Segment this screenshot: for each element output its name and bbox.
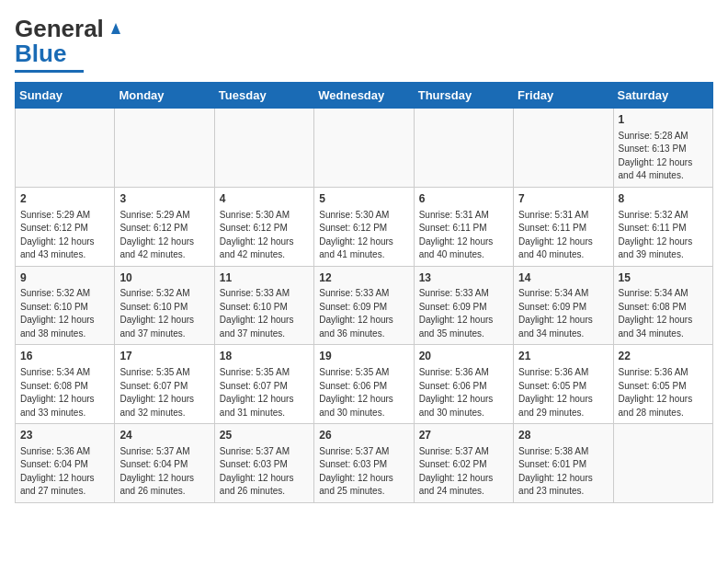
calendar-header-row: SundayMondayTuesdayWednesdayThursdayFrid… — [16, 83, 713, 109]
calendar-day-cell: 11Sunrise: 5:33 AM Sunset: 6:10 PM Dayli… — [214, 266, 313, 345]
day-number: 7 — [518, 191, 608, 207]
calendar-day-cell — [414, 109, 513, 188]
calendar-day-cell: 25Sunrise: 5:37 AM Sunset: 6:03 PM Dayli… — [214, 424, 313, 503]
calendar-day-cell: 23Sunrise: 5:36 AM Sunset: 6:04 PM Dayli… — [16, 424, 115, 503]
calendar-day-cell: 17Sunrise: 5:35 AM Sunset: 6:07 PM Dayli… — [115, 345, 214, 424]
day-number: 8 — [619, 191, 708, 207]
calendar-day-cell: 10Sunrise: 5:32 AM Sunset: 6:10 PM Dayli… — [115, 266, 214, 345]
day-of-week-header: Sunday — [16, 83, 115, 109]
logo-underline — [15, 70, 84, 73]
calendar-table: SundayMondayTuesdayWednesdayThursdayFrid… — [15, 82, 713, 503]
day-info: Sunrise: 5:33 AM Sunset: 6:09 PM Dayligh… — [319, 287, 408, 340]
day-info: Sunrise: 5:33 AM Sunset: 6:10 PM Dayligh… — [220, 287, 309, 340]
calendar-day-cell: 28Sunrise: 5:38 AM Sunset: 6:01 PM Dayli… — [514, 424, 613, 503]
calendar-day-cell: 19Sunrise: 5:35 AM Sunset: 6:06 PM Dayli… — [314, 345, 414, 424]
day-info: Sunrise: 5:37 AM Sunset: 6:03 PM Dayligh… — [220, 445, 309, 499]
calendar-day-cell: 8Sunrise: 5:32 AM Sunset: 6:11 PM Daylig… — [613, 187, 712, 266]
day-number: 1 — [619, 112, 708, 128]
calendar-week-row: 1Sunrise: 5:28 AM Sunset: 6:13 PM Daylig… — [16, 109, 713, 188]
day-info: Sunrise: 5:33 AM Sunset: 6:09 PM Dayligh… — [419, 287, 508, 340]
calendar-day-cell: 27Sunrise: 5:37 AM Sunset: 6:02 PM Dayli… — [414, 424, 513, 503]
calendar-week-row: 9Sunrise: 5:32 AM Sunset: 6:10 PM Daylig… — [16, 266, 713, 345]
day-of-week-header: Tuesday — [214, 83, 313, 109]
day-number: 15 — [619, 270, 708, 286]
day-number: 19 — [319, 349, 408, 364]
day-info: Sunrise: 5:32 AM Sunset: 6:10 PM Dayligh… — [119, 287, 209, 340]
logo: General Blue — [15, 15, 126, 73]
day-info: Sunrise: 5:38 AM Sunset: 6:01 PM Dayligh… — [518, 445, 608, 499]
logo-triangle-icon — [106, 17, 126, 38]
calendar-week-row: 2Sunrise: 5:29 AM Sunset: 6:12 PM Daylig… — [16, 187, 713, 266]
day-number: 12 — [319, 270, 408, 286]
day-number: 6 — [419, 191, 508, 207]
page-header: General Blue — [15, 15, 713, 73]
day-of-week-header: Saturday — [613, 83, 712, 109]
day-info: Sunrise: 5:34 AM Sunset: 6:09 PM Dayligh… — [518, 287, 608, 340]
day-info: Sunrise: 5:29 AM Sunset: 6:12 PM Dayligh… — [20, 209, 109, 262]
day-number: 10 — [119, 270, 209, 286]
day-info: Sunrise: 5:34 AM Sunset: 6:08 PM Dayligh… — [20, 366, 109, 419]
day-number: 25 — [220, 428, 309, 443]
day-info: Sunrise: 5:32 AM Sunset: 6:10 PM Dayligh… — [20, 287, 109, 340]
calendar-day-cell: 4Sunrise: 5:30 AM Sunset: 6:12 PM Daylig… — [214, 187, 313, 266]
day-info: Sunrise: 5:36 AM Sunset: 6:05 PM Dayligh… — [518, 366, 608, 419]
day-number: 28 — [518, 428, 608, 443]
day-number: 11 — [220, 270, 309, 286]
day-number: 23 — [20, 428, 109, 443]
day-info: Sunrise: 5:35 AM Sunset: 6:07 PM Dayligh… — [119, 366, 209, 419]
calendar-week-row: 23Sunrise: 5:36 AM Sunset: 6:04 PM Dayli… — [16, 424, 713, 503]
day-info: Sunrise: 5:29 AM Sunset: 6:12 PM Dayligh… — [119, 209, 209, 262]
day-number: 4 — [220, 191, 309, 207]
day-info: Sunrise: 5:30 AM Sunset: 6:12 PM Dayligh… — [220, 209, 309, 262]
calendar-day-cell: 3Sunrise: 5:29 AM Sunset: 6:12 PM Daylig… — [115, 187, 214, 266]
calendar-day-cell — [314, 109, 414, 188]
calendar-day-cell: 14Sunrise: 5:34 AM Sunset: 6:09 PM Dayli… — [514, 266, 613, 345]
calendar-day-cell — [115, 109, 214, 188]
calendar-day-cell: 1Sunrise: 5:28 AM Sunset: 6:13 PM Daylig… — [613, 109, 712, 188]
calendar-day-cell: 6Sunrise: 5:31 AM Sunset: 6:11 PM Daylig… — [414, 187, 513, 266]
calendar-day-cell: 26Sunrise: 5:37 AM Sunset: 6:03 PM Dayli… — [314, 424, 414, 503]
calendar-day-cell: 22Sunrise: 5:36 AM Sunset: 6:05 PM Dayli… — [613, 345, 712, 424]
day-number: 24 — [119, 428, 209, 443]
calendar-day-cell: 20Sunrise: 5:36 AM Sunset: 6:06 PM Dayli… — [414, 345, 513, 424]
day-number: 9 — [20, 270, 109, 286]
day-number: 17 — [119, 349, 209, 364]
day-of-week-header: Monday — [115, 83, 214, 109]
calendar-day-cell: 18Sunrise: 5:35 AM Sunset: 6:07 PM Dayli… — [214, 345, 313, 424]
day-of-week-header: Friday — [514, 83, 613, 109]
calendar-day-cell — [514, 109, 613, 188]
day-number: 21 — [518, 349, 608, 364]
day-number: 26 — [319, 428, 408, 443]
calendar-day-cell — [214, 109, 313, 188]
calendar-day-cell — [613, 424, 712, 503]
svg-marker-0 — [111, 23, 120, 34]
day-info: Sunrise: 5:37 AM Sunset: 6:02 PM Dayligh… — [419, 445, 508, 499]
day-info: Sunrise: 5:31 AM Sunset: 6:11 PM Dayligh… — [518, 209, 608, 262]
calendar-day-cell: 24Sunrise: 5:37 AM Sunset: 6:04 PM Dayli… — [115, 424, 214, 503]
day-of-week-header: Thursday — [414, 83, 513, 109]
calendar-day-cell: 16Sunrise: 5:34 AM Sunset: 6:08 PM Dayli… — [16, 345, 115, 424]
day-number: 27 — [419, 428, 508, 443]
day-info: Sunrise: 5:37 AM Sunset: 6:04 PM Dayligh… — [119, 445, 209, 499]
day-info: Sunrise: 5:36 AM Sunset: 6:05 PM Dayligh… — [619, 366, 708, 419]
day-info: Sunrise: 5:31 AM Sunset: 6:11 PM Dayligh… — [419, 209, 508, 262]
day-info: Sunrise: 5:36 AM Sunset: 6:06 PM Dayligh… — [419, 366, 508, 419]
day-info: Sunrise: 5:35 AM Sunset: 6:06 PM Dayligh… — [319, 366, 408, 419]
day-info: Sunrise: 5:30 AM Sunset: 6:12 PM Dayligh… — [319, 209, 408, 262]
day-info: Sunrise: 5:32 AM Sunset: 6:11 PM Dayligh… — [619, 209, 708, 262]
calendar-day-cell: 2Sunrise: 5:29 AM Sunset: 6:12 PM Daylig… — [16, 187, 115, 266]
day-number: 18 — [220, 349, 309, 364]
day-number: 22 — [619, 349, 708, 364]
day-number: 2 — [20, 191, 109, 207]
day-number: 13 — [419, 270, 508, 286]
day-number: 14 — [518, 270, 608, 286]
calendar-day-cell: 21Sunrise: 5:36 AM Sunset: 6:05 PM Dayli… — [514, 345, 613, 424]
day-info: Sunrise: 5:37 AM Sunset: 6:03 PM Dayligh… — [319, 445, 408, 499]
calendar-day-cell: 15Sunrise: 5:34 AM Sunset: 6:08 PM Dayli… — [613, 266, 712, 345]
day-info: Sunrise: 5:35 AM Sunset: 6:07 PM Dayligh… — [220, 366, 309, 419]
day-number: 20 — [419, 349, 508, 364]
day-info: Sunrise: 5:36 AM Sunset: 6:04 PM Dayligh… — [20, 445, 109, 499]
logo-blue-text: Blue — [15, 40, 66, 68]
day-of-week-header: Wednesday — [314, 83, 414, 109]
day-info: Sunrise: 5:34 AM Sunset: 6:08 PM Dayligh… — [619, 287, 708, 340]
